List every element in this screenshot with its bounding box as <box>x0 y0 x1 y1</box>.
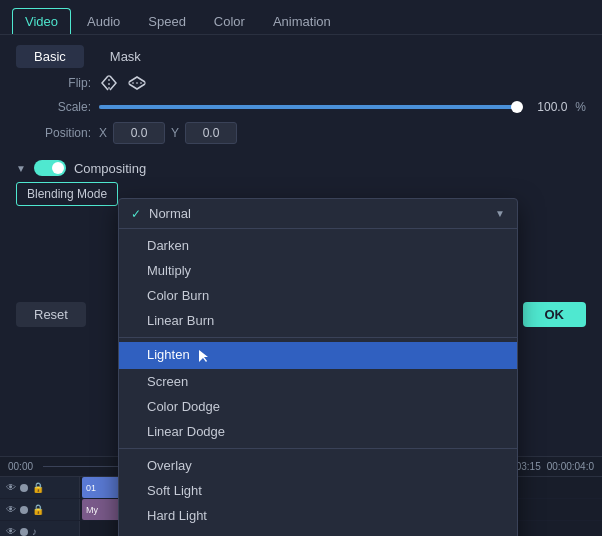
top-tab-bar: Video Audio Speed Color Animation <box>0 0 602 35</box>
blending-mode-dropdown: ✓ Normal ▼ Darken Multiply Color Burn Li… <box>118 198 518 536</box>
flip-vertical-icon[interactable] <box>127 74 147 92</box>
track-dot <box>20 484 28 492</box>
clip-label: 01 <box>86 483 96 493</box>
pos-x-label: X <box>99 126 107 140</box>
position-row: Position: X Y <box>16 122 586 144</box>
pos-y-label: Y <box>171 126 179 140</box>
pos-x-input[interactable] <box>113 122 165 144</box>
blending-mode-label[interactable]: Blending Mode <box>16 182 118 206</box>
chevron-down-icon: ▼ <box>16 163 26 174</box>
flip-row: Flip: <box>16 74 586 92</box>
reset-button[interactable]: Reset <box>16 302 86 327</box>
visibility-icon-3[interactable]: 👁 <box>6 526 16 536</box>
scale-value: 100.0 <box>525 100 567 114</box>
slider-fill <box>99 105 517 109</box>
track-1-controls: 👁 🔒 <box>0 477 80 498</box>
position-group: X Y <box>99 122 237 144</box>
tab-speed[interactable]: Speed <box>136 9 198 34</box>
dropdown-item-overlay[interactable]: Overlay <box>119 453 517 478</box>
dropdown-item-color-dodge[interactable]: Color Dodge <box>119 394 517 419</box>
lock-icon-2[interactable]: 🔒 <box>32 504 44 515</box>
dropdown-item-soft-light[interactable]: Soft Light <box>119 478 517 503</box>
track-dot-3 <box>20 528 28 536</box>
dropdown-item-vivid-light[interactable]: Vivid Light <box>119 528 517 536</box>
audio-icon[interactable]: ♪ <box>32 526 37 536</box>
dropdown-group-overlay: Overlay Soft Light Hard Light Vivid Ligh… <box>119 449 517 536</box>
tab-mask[interactable]: Mask <box>92 45 159 68</box>
chevron-down-icon: ▼ <box>495 208 505 219</box>
dropdown-group-lighten: Lighten Screen Color Dodge Linear Dodge <box>119 338 517 449</box>
lock-icon[interactable]: 🔒 <box>32 482 44 493</box>
compositing-toggle[interactable] <box>34 160 66 176</box>
time-end: 00:00:04:0 <box>547 461 594 472</box>
track-3-controls: 👁 ♪ <box>0 521 80 536</box>
dropdown-item-multiply[interactable]: Multiply <box>119 258 517 283</box>
dropdown-item-color-burn[interactable]: Color Burn <box>119 283 517 308</box>
compositing-label: Compositing <box>74 161 146 176</box>
dropdown-item-hard-light[interactable]: Hard Light <box>119 503 517 528</box>
track-2-controls: 👁 🔒 <box>0 499 80 520</box>
visibility-icon-2[interactable]: 👁 <box>6 504 16 515</box>
tab-audio[interactable]: Audio <box>75 9 132 34</box>
ok-button[interactable]: OK <box>523 302 587 327</box>
position-label: Position: <box>16 126 91 140</box>
clip-2-label: My <box>86 505 98 515</box>
dropdown-item-darken[interactable]: Darken <box>119 233 517 258</box>
checkmark-icon: ✓ <box>131 207 141 221</box>
track-dot-2 <box>20 506 28 514</box>
main-panel: Flip: Scale: 100.0 % <box>0 74 602 206</box>
scale-unit: % <box>575 100 586 114</box>
flip-icons <box>99 74 147 92</box>
time-start: 00:00 <box>8 461 33 472</box>
sub-tab-bar: Basic Mask <box>0 35 602 74</box>
scale-slider[interactable] <box>99 105 517 109</box>
scale-label: Scale: <box>16 100 91 114</box>
pos-y-input[interactable] <box>185 122 237 144</box>
flip-label: Flip: <box>16 76 91 90</box>
tab-animation[interactable]: Animation <box>261 9 343 34</box>
dropdown-header[interactable]: ✓ Normal ▼ <box>119 199 517 229</box>
dropdown-item-linear-dodge[interactable]: Linear Dodge <box>119 419 517 444</box>
compositing-header[interactable]: ▼ Compositing <box>16 152 586 182</box>
dropdown-item-screen[interactable]: Screen <box>119 369 517 394</box>
dropdown-current-value: Normal <box>149 206 191 221</box>
dropdown-item-lighten[interactable]: Lighten <box>119 342 517 369</box>
tab-video[interactable]: Video <box>12 8 71 34</box>
tab-color[interactable]: Color <box>202 9 257 34</box>
slider-thumb[interactable] <box>511 101 523 113</box>
visibility-icon[interactable]: 👁 <box>6 482 16 493</box>
slider-track <box>99 105 517 109</box>
dropdown-item-linear-burn[interactable]: Linear Burn <box>119 308 517 333</box>
flip-horizontal-icon[interactable] <box>99 74 119 92</box>
scale-row: Scale: 100.0 % <box>16 100 586 114</box>
dropdown-group-darken: Darken Multiply Color Burn Linear Burn <box>119 229 517 338</box>
tab-basic[interactable]: Basic <box>16 45 84 68</box>
